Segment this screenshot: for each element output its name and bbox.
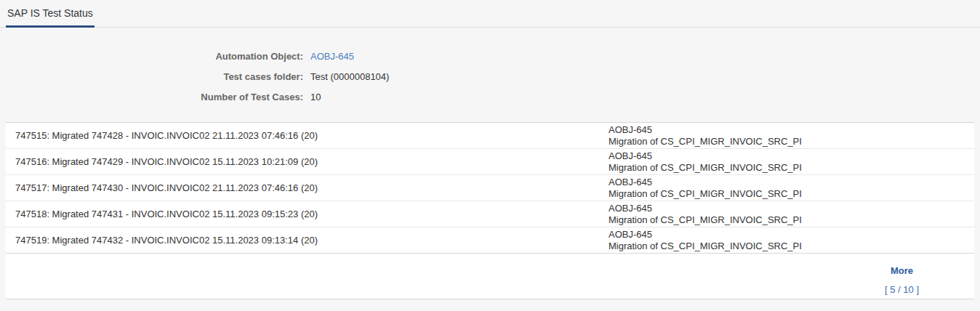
object-description: Migration of CS_CPI_MIGR_INVOIC_SRC_PI (609, 241, 974, 252)
object-id: AOBJ-645 (609, 124, 974, 136)
more-link[interactable]: More (885, 262, 919, 280)
table-row[interactable]: 747519: Migrated 747432 - INVOIC.INVOIC0… (6, 227, 974, 254)
header-field-label: Number of Test Cases: (0, 92, 303, 102)
tab-label: SAP IS Test Status (7, 7, 93, 19)
header-field-label: Automation Object: (0, 51, 303, 62)
object-cell: AOBJ-645 Migration of CS_CPI_MIGR_INVOIC… (609, 123, 974, 148)
header-form: Automation Object: AOBJ-645 Test cases f… (0, 28, 980, 122)
page-indicator: [ 5 / 10 ] (885, 280, 919, 299)
header-field-row: Automation Object: AOBJ-645 (0, 51, 980, 71)
pagination: More [ 5 / 10 ] (885, 254, 919, 299)
test-case-text: 747517: Migrated 747430 - INVOIC.INVOIC0… (15, 182, 318, 193)
object-cell: AOBJ-645 Migration of CS_CPI_MIGR_INVOIC… (609, 227, 974, 253)
test-case-cell: 747516: Migrated 747429 - INVOIC.INVOIC0… (6, 149, 609, 174)
object-description: Migration of CS_CPI_MIGR_INVOIC_SRC_PI (609, 214, 974, 226)
object-cell: AOBJ-645 Migration of CS_CPI_MIGR_INVOIC… (609, 175, 974, 201)
test-case-cell: 747519: Migrated 747432 - INVOIC.INVOIC0… (6, 227, 609, 253)
header-field-value: Test (0000008104) (310, 71, 389, 82)
test-case-cell: 747515: Migrated 747428 - INVOIC.INVOIC0… (6, 123, 609, 148)
test-case-text: 747518: Migrated 747431 - INVOIC.INVOIC0… (15, 209, 318, 219)
object-id: AOBJ-645 (609, 150, 974, 162)
test-cases-table: 747515: Migrated 747428 - INVOIC.INVOIC0… (6, 122, 974, 254)
table-row[interactable]: 747516: Migrated 747429 - INVOIC.INVOIC0… (6, 149, 974, 175)
header-field-row: Test cases folder: Test (0000008104) (0, 71, 980, 92)
test-case-text: 747519: Migrated 747432 - INVOIC.INVOIC0… (15, 235, 318, 246)
test-case-text: 747515: Migrated 747428 - INVOIC.INVOIC0… (15, 130, 318, 141)
object-description: Migration of CS_CPI_MIGR_INVOIC_SRC_PI (609, 162, 974, 174)
tab-bar: SAP IS Test Status (0, 0, 980, 28)
automation-object-link[interactable]: AOBJ-645 (310, 51, 354, 62)
test-case-cell: 747517: Migrated 747430 - INVOIC.INVOIC0… (6, 175, 609, 201)
header-field-label: Test cases folder: (0, 71, 303, 82)
test-case-cell: 747518: Migrated 747431 - INVOIC.INVOIC0… (6, 201, 609, 227)
tab-sap-is-test-status[interactable]: SAP IS Test Status (6, 0, 95, 28)
object-cell: AOBJ-645 Migration of CS_CPI_MIGR_INVOIC… (609, 149, 974, 174)
object-description: Migration of CS_CPI_MIGR_INVOIC_SRC_PI (609, 136, 974, 148)
object-cell: AOBJ-645 Migration of CS_CPI_MIGR_INVOIC… (609, 201, 974, 227)
object-id: AOBJ-645 (609, 177, 974, 188)
table-footer: More [ 5 / 10 ] (6, 254, 974, 299)
header-field-row: Number of Test Cases: 10 (0, 92, 980, 112)
object-id: AOBJ-645 (609, 229, 974, 241)
table-row[interactable]: 747518: Migrated 747431 - INVOIC.INVOIC0… (6, 201, 974, 227)
object-description: Migration of CS_CPI_MIGR_INVOIC_SRC_PI (609, 188, 974, 200)
test-case-text: 747516: Migrated 747429 - INVOIC.INVOIC0… (15, 156, 318, 167)
table-row[interactable]: 747517: Migrated 747430 - INVOIC.INVOIC0… (6, 175, 974, 201)
table-row[interactable]: 747515: Migrated 747428 - INVOIC.INVOIC0… (6, 123, 974, 149)
header-field-value: 10 (310, 92, 321, 102)
object-id: AOBJ-645 (609, 203, 974, 214)
